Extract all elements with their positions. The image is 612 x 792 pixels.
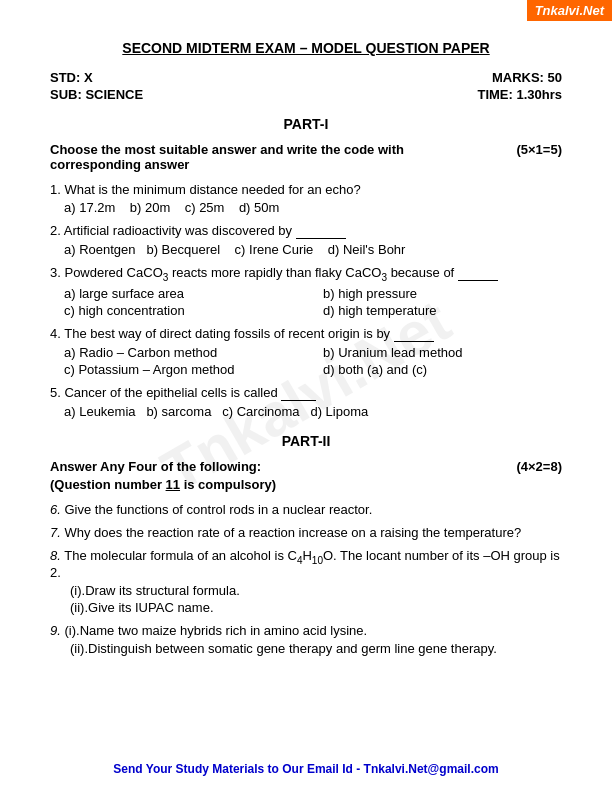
q1-opt-d: d) 50m xyxy=(239,200,279,215)
exam-title: SECOND MIDTERM EXAM – MODEL QUESTION PAP… xyxy=(50,40,562,56)
q8-subitems: (i).Draw its structural formula. (ii).Gi… xyxy=(70,583,562,615)
q2-opt-a: a) Roentgen xyxy=(64,242,143,257)
question-4: 4. The best way of direct dating fossils… xyxy=(50,326,562,377)
q6-num: 6. xyxy=(50,502,61,517)
q3-text: Powdered CaCO3 reacts more rapidly than … xyxy=(64,265,497,280)
q8-sub-i: (i).Draw its structural formula. xyxy=(70,583,562,598)
question-2: 2. Artificial radioactivity was discover… xyxy=(50,223,562,257)
q8-text: The molecular formula of an alcohol is C… xyxy=(50,548,560,581)
part1-heading: PART-I xyxy=(50,116,562,132)
q2-num: 2. xyxy=(50,223,61,238)
part2-heading: PART-II xyxy=(50,433,562,449)
part2-questions: 6. Give the functions of control rods in… xyxy=(50,502,562,657)
q3-opt-c: c) high concentration xyxy=(64,303,303,318)
q3-num: 3. xyxy=(50,265,61,280)
question-5: 5. Cancer of the epithelial cells is cal… xyxy=(50,385,562,419)
q7-text: Why does the reaction rate of a reaction… xyxy=(64,525,521,540)
footer: Send Your Study Materials to Our Email I… xyxy=(0,762,612,776)
q3-options: a) large surface area b) high pressure c… xyxy=(64,286,562,318)
q5-opt-d: d) Lipoma xyxy=(310,404,368,419)
part1-marks: (5×1=5) xyxy=(516,142,562,172)
q2-text: Artificial radioactivity was discovered … xyxy=(64,223,346,238)
part2-header: Answer Any Four of the following: (4×2=8… xyxy=(50,459,562,474)
q4-opt-c: c) Potassium – Argon method xyxy=(64,362,303,377)
q2-opt-d: d) Neil's Bohr xyxy=(328,242,406,257)
q3-opt-a: a) large surface area xyxy=(64,286,303,301)
watermark-badge: Tnkalvi.Net xyxy=(527,0,612,21)
q7-num: 7. xyxy=(50,525,61,540)
question-6: 6. Give the functions of control rods in… xyxy=(50,502,562,517)
question-7: 7. Why does the reaction rate of a react… xyxy=(50,525,562,540)
std-label: STD: X xyxy=(50,70,93,85)
q1-text: What is the minimum distance needed for … xyxy=(64,182,360,197)
q5-opt-a: a) Leukemia xyxy=(64,404,143,419)
part2-instruction: Answer Any Four of the following: xyxy=(50,459,261,474)
q1-options: a) 17.2m b) 20m c) 25m d) 50m xyxy=(64,200,562,215)
q8-sub-ii: (ii).Give its IUPAC name. xyxy=(70,600,562,615)
part2-subinstruction: (Question number 11 is compulsory) xyxy=(50,477,562,492)
q2-opt-c: c) Irene Curie xyxy=(235,242,325,257)
q6-text: Give the functions of control rods in a … xyxy=(64,502,372,517)
q4-options: a) Radio – Carbon method b) Uranium lead… xyxy=(64,345,562,377)
part1-questions: 1. What is the minimum distance needed f… xyxy=(50,182,562,419)
q5-options: a) Leukemia b) sarcoma c) Carcinoma d) L… xyxy=(64,404,562,419)
part2-marks: (4×2=8) xyxy=(516,459,562,474)
q5-num: 5. xyxy=(50,385,61,400)
q9-num: 9. xyxy=(50,623,61,638)
q4-opt-a: a) Radio – Carbon method xyxy=(64,345,303,360)
q4-opt-b: b) Uranium lead method xyxy=(323,345,562,360)
question-3: 3. Powdered CaCO3 reacts more rapidly th… xyxy=(50,265,562,318)
question-1: 1. What is the minimum distance needed f… xyxy=(50,182,562,215)
q3-opt-d: d) high temperature xyxy=(323,303,562,318)
q1-opt-b: b) 20m xyxy=(130,200,181,215)
sub-label: SUB: SCIENCE xyxy=(50,87,143,102)
q1-opt-a: a) 17.2m xyxy=(64,200,126,215)
q4-text: The best way of direct dating fossils of… xyxy=(64,326,434,341)
question-8: 8. The molecular formula of an alcohol i… xyxy=(50,548,562,616)
q2-opt-b: b) Becquerel xyxy=(146,242,231,257)
part1-instruction: Choose the most suitable answer and writ… xyxy=(50,142,470,172)
time-label: TIME: 1.30hrs xyxy=(477,87,562,102)
q9-subitems: (ii).Distinguish between somatic gene th… xyxy=(70,641,562,656)
q5-opt-c: c) Carcinoma xyxy=(222,404,307,419)
q9-text: (i).Name two maize hybrids rich in amino… xyxy=(64,623,367,638)
q5-text: Cancer of the epithelial cells is called xyxy=(64,385,316,400)
q3-opt-b: b) high pressure xyxy=(323,286,562,301)
q8-num: 8. xyxy=(50,548,61,563)
q4-opt-d: d) both (a) and (c) xyxy=(323,362,562,377)
q4-num: 4. xyxy=(50,326,61,341)
q2-options: a) Roentgen b) Becquerel c) Irene Curie … xyxy=(64,242,562,257)
q1-opt-c: c) 25m xyxy=(185,200,236,215)
q1-num: 1. xyxy=(50,182,61,197)
q5-opt-b: b) sarcoma xyxy=(146,404,218,419)
marks-label: MARKS: 50 xyxy=(492,70,562,85)
q9-sub-ii: (ii).Distinguish between somatic gene th… xyxy=(70,641,562,656)
question-9: 9. (i).Name two maize hybrids rich in am… xyxy=(50,623,562,656)
